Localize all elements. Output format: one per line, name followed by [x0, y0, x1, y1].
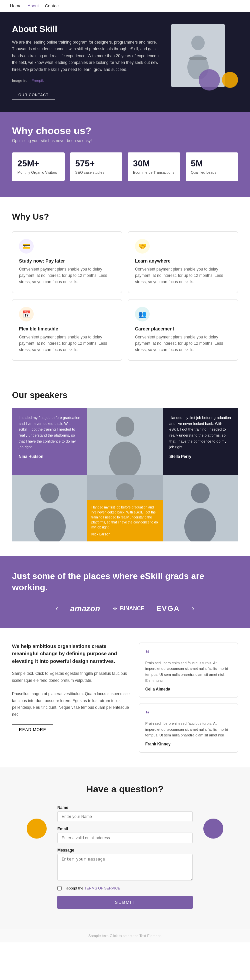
speaker-photo-center-top: [87, 408, 163, 475]
form-avatar: [27, 819, 46, 838]
svg-marker-14: [114, 609, 116, 610]
navbar: Home About Contact: [0, 0, 250, 12]
nav-contact[interactable]: Contact: [45, 3, 60, 8]
our-contact-button[interactable]: OUR CONTACT: [12, 90, 55, 100]
email-input[interactable]: [57, 833, 193, 843]
stat-number-2: 30M: [133, 158, 175, 169]
hero-text: About Skill We are the leading online tr…: [12, 24, 163, 100]
quote-icon-0: ❝: [145, 649, 232, 657]
terms-text: I accept the TERMS OF SERVICE: [64, 886, 120, 890]
contact-form-title: Have a question?: [27, 784, 223, 795]
svg-point-10: [184, 508, 216, 541]
feature-card-2: 📅 Flexible timetable Convenient payment …: [12, 299, 122, 361]
stat-number-1: 575+: [75, 158, 117, 169]
places-title: Just some of the places where eSkill gra…: [12, 571, 238, 593]
nick-name: Nick Larson: [91, 532, 159, 537]
why-us-title: Why Us?: [12, 212, 238, 222]
hero-description: We are the leading online training progr…: [12, 39, 163, 73]
email-field-group: Email: [57, 827, 193, 843]
freepik-link[interactable]: Freepik: [32, 78, 44, 83]
quote-icon-1: ❝: [145, 710, 232, 718]
form-side-circle: [204, 819, 223, 838]
feature-card-1: 🤝 Learn anywhere Convenient payment plan…: [128, 231, 238, 293]
svg-point-3: [116, 417, 134, 437]
nick-overlay: I landed my first job before graduation …: [87, 500, 163, 541]
image-credit: Image from Freepik: [12, 78, 163, 84]
footer-note: Sample text. Click to select the Text El…: [0, 929, 250, 942]
svg-marker-11: [114, 606, 116, 608]
amazon-logo: amazon: [71, 604, 100, 613]
places-section: Just some of the places where eSkill gra…: [0, 556, 250, 628]
svg-marker-12: [113, 608, 114, 609]
feature-icon-2: 📅: [19, 307, 34, 321]
feature-desc-1: Convenient payment plans enable you to d…: [135, 266, 231, 285]
feature-icon-0: 💳: [19, 239, 34, 254]
testimonials-heading: We help ambitious organisations create m…: [12, 643, 131, 665]
stat-number-0: 25M+: [17, 158, 59, 169]
speaker-photo-right: [163, 475, 238, 541]
svg-point-0: [191, 36, 205, 50]
stella-name: Stella Perry: [169, 453, 231, 460]
read-more-button[interactable]: READ MORE: [12, 724, 53, 735]
speaker-quote-nina: I landed my first job before graduation …: [12, 408, 87, 475]
binance-logo: BINANCE: [112, 606, 144, 612]
name-input[interactable]: [57, 811, 193, 822]
feature-desc-3: Convenient payment plans enable you to d…: [135, 334, 231, 353]
contact-form-section: Have a question? Name Email Message I ac…: [0, 767, 250, 929]
testimonial-text-0: Proin sed libero enim sed faucibus turpi…: [145, 660, 232, 684]
nav-home[interactable]: Home: [10, 3, 22, 8]
stat-label-1: SEO case studies: [75, 170, 117, 175]
feature-title-3: Career placement: [135, 326, 231, 331]
form-row: Name Email Message I accept the TERMS OF…: [27, 805, 223, 909]
stat-card-1: 575+ SEO case studies: [70, 153, 123, 181]
why-choose-section: Why choose us? Optimizing your site has …: [0, 112, 250, 197]
submit-button[interactable]: SUBMIT: [57, 896, 193, 909]
nick-quote: I landed my first job before graduation …: [91, 506, 158, 529]
hero-title: About Skill: [12, 24, 163, 34]
footer-note-text: Sample text. Click to select the Text El…: [88, 934, 162, 938]
nina-name: Nina Hudson: [19, 453, 81, 460]
message-input[interactable]: [57, 854, 193, 880]
nav-about[interactable]: About: [28, 3, 39, 8]
svg-rect-2: [189, 57, 207, 60]
hero-circles: [199, 69, 238, 91]
speakers-row2: I landed my first job before graduation …: [12, 475, 238, 541]
stat-label-2: Ecommerce Transactions: [133, 170, 175, 175]
message-field-group: Message: [57, 848, 193, 881]
testimonial-text-1: Proin sed libero enim sed faucibus turpi…: [145, 721, 232, 738]
carousel-next-button[interactable]: ›: [192, 604, 194, 613]
feature-desc-2: Convenient payment plans enable you to d…: [19, 334, 115, 353]
email-label: Email: [57, 827, 193, 831]
testimonial-card-1: ❝ Proin sed libero enim sed faucibus tur…: [139, 703, 238, 753]
feature-title-2: Flexible timetable: [19, 326, 115, 331]
stat-card-3: 5M Qualified Leads: [186, 153, 238, 181]
feature-title-0: Study now: Pay later: [19, 258, 115, 264]
terms-link[interactable]: TERMS OF SERVICE: [84, 886, 120, 890]
feature-icon-1: 🤝: [135, 239, 150, 254]
stat-card-2: 30M Ecommerce Transactions: [128, 153, 180, 181]
testimonial-name-0: Celia Almeda: [145, 687, 232, 692]
why-choose-subtitle: Optimizing your site has never been so e…: [12, 138, 238, 143]
svg-marker-15: [114, 608, 116, 609]
stat-number-3: 5M: [191, 158, 233, 169]
stella-quote-text: I landed my first job before graduation …: [169, 415, 231, 450]
feature-title-1: Learn anywhere: [135, 258, 231, 264]
testimonial-left: We help ambitious organisations create m…: [12, 643, 131, 753]
logos-row: ‹ amazon BINANCE EVGA ›: [12, 604, 238, 613]
carousel-prev-button[interactable]: ‹: [56, 604, 58, 613]
terms-checkbox[interactable]: [57, 886, 62, 891]
speakers-section: Our speakers I landed my first job befor…: [0, 375, 250, 556]
testimonials-body: Sample text. Click to Egestas egestas fr…: [12, 670, 131, 718]
circle-purple: [199, 69, 220, 91]
feature-desc-0: Convenient payment plans enable you to d…: [19, 266, 115, 285]
testimonial-card-0: ❝ Proin sed libero enim sed faucibus tur…: [139, 643, 238, 698]
nina-quote-text: I landed my first job before graduation …: [19, 415, 81, 450]
stats-row: 25M+ Monthly Organic Visitors 575+ SEO c…: [12, 153, 238, 181]
name-label: Name: [57, 805, 193, 810]
stat-label-0: Monthly Organic Visitors: [17, 170, 59, 175]
features-grid: 💳 Study now: Pay later Convenient paymen…: [12, 231, 238, 361]
why-us-section: Why Us? 💳 Study now: Pay later Convenien…: [0, 197, 250, 375]
svg-point-4: [109, 442, 141, 475]
stat-label-3: Qualified Leads: [191, 170, 233, 175]
speaker-quote-stella: I landed my first job before graduation …: [163, 408, 238, 475]
